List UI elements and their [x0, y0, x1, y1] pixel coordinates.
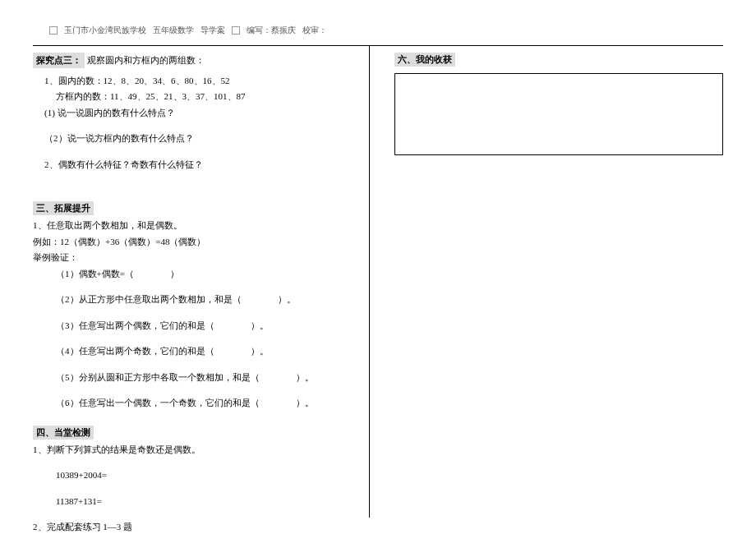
- expand-title: 三、拓展提升: [33, 201, 94, 215]
- test-e1: 10389+2004=: [33, 468, 357, 482]
- header-doc: 导学案: [201, 25, 225, 36]
- header-school: 玉门市小金湾民族学校: [64, 25, 146, 36]
- explore-q1: (1) 说一说圆内的数有什么特点？: [33, 106, 357, 120]
- expand-l3: 举例验证：: [33, 251, 357, 265]
- expand-i5: （5）分别从圆和正方形中各取一个数相加，和是（ ）。: [33, 371, 357, 384]
- explore-q3: 2、偶数有什么特征？奇数有什么特征？: [33, 158, 357, 172]
- test-l2: 2、完成配套练习 1—3 题: [33, 520, 357, 534]
- header-logo-icon: [49, 26, 58, 35]
- section-explore: 探究点三： 观察圆内和方框内的两组数： 1、圆内的数：12、8、20、34、6、…: [33, 53, 357, 171]
- harvest-box: [394, 73, 723, 155]
- header-grade: 五年级数学: [153, 25, 194, 36]
- expand-l2: 例如：12（偶数）+36（偶数）=48（偶数）: [33, 235, 357, 249]
- section-harvest: 六、我的收获: [394, 53, 723, 155]
- expand-l1: 1、任意取出两个数相加，和是偶数。: [33, 219, 357, 232]
- explore-intro: 观察圆内和方框内的两组数：: [87, 55, 205, 65]
- expand-i4: （4）任意写出两个奇数，它们的和是（ ）。: [33, 344, 357, 358]
- explore-title: 探究点三：: [33, 53, 85, 68]
- section-expand: 三、拓展提升 1、任意取出两个数相加，和是偶数。 例如：12（偶数）+36（偶数…: [33, 193, 357, 410]
- explore-q2: （2）说一说方框内的数有什么特点？: [33, 131, 357, 145]
- expand-i1: （1）偶数+偶数=（ ）: [33, 267, 357, 281]
- expand-i6: （6）任意写出一个偶数，一个奇数，它们的和是（ ）。: [33, 396, 357, 410]
- header-doc-icon: [232, 26, 240, 35]
- header-author: 编写：蔡振庆: [247, 25, 296, 36]
- right-column: 六、我的收获: [370, 46, 723, 518]
- harvest-title: 六、我的收获: [394, 53, 455, 67]
- content-area: 探究点三： 观察圆内和方框内的两组数： 1、圆内的数：12、8、20、34、6、…: [33, 45, 723, 518]
- test-l1: 1、判断下列算式的结果是奇数还是偶数。: [33, 443, 357, 457]
- expand-i2: （2）从正方形中任意取出两个数相加，和是（ ）。: [33, 292, 357, 306]
- section-test: 四、当堂检测 1、判断下列算式的结果是奇数还是偶数。 10389+2004= 1…: [33, 417, 357, 534]
- explore-box-nums: 方框内的数：11、49、25、21、3、37、101、87: [33, 90, 357, 104]
- header-review: 校审：: [302, 25, 327, 36]
- explore-circle-nums: 1、圆内的数：12、8、20、34、6、80、16、52: [33, 74, 357, 88]
- test-title: 四、当堂检测: [33, 426, 94, 440]
- expand-i3: （3）任意写出两个偶数，它们的和是（ ）。: [33, 319, 357, 333]
- left-column: 探究点三： 观察圆内和方框内的两组数： 1、圆内的数：12、8、20、34、6、…: [33, 46, 370, 518]
- test-e2: 11387+131=: [33, 495, 357, 509]
- page-header: 玉门市小金湾民族学校 五年级数学 导学案 编写：蔡振庆 校审：: [49, 25, 707, 36]
